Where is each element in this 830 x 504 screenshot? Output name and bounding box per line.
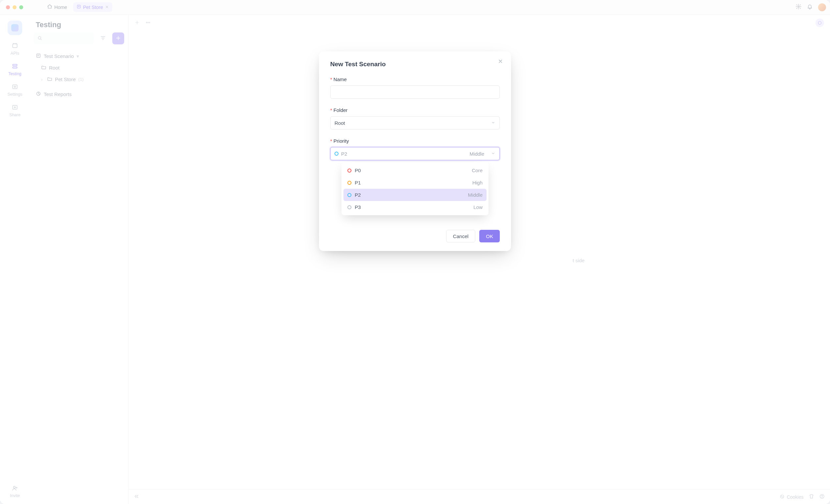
close-icon[interactable]: [498, 59, 503, 65]
avatar[interactable]: [818, 3, 826, 11]
tree-section-label: Test Scenario: [44, 53, 74, 59]
priority-ring-icon: [334, 152, 339, 156]
priority-option-code: P3: [355, 204, 361, 210]
svg-point-9: [38, 36, 41, 39]
folder-field-label: Folder: [333, 107, 348, 113]
rail-item-label: Invite: [10, 494, 20, 498]
search-icon: [37, 35, 42, 42]
settings-icon: [11, 84, 18, 90]
add-button[interactable]: [112, 32, 124, 44]
tshirt-icon[interactable]: [809, 494, 814, 500]
name-field[interactable]: [330, 86, 500, 99]
invite-icon: [11, 485, 18, 492]
svg-rect-10: [37, 54, 40, 58]
chevron-down-icon: [491, 120, 496, 126]
close-window-icon[interactable]: [6, 5, 10, 9]
sidebar-panel: Testing Test Scenario ▾ Root: [30, 14, 128, 504]
maximize-window-icon[interactable]: [19, 5, 23, 9]
rail-item-settings[interactable]: Settings: [7, 84, 22, 97]
filter-button[interactable]: [97, 32, 109, 44]
sidebar-tree: Test Scenario ▾ Root › Pet Store (1) Tes…: [30, 49, 128, 102]
priority-ring-icon: [347, 168, 351, 172]
svg-point-14: [149, 22, 150, 23]
tree-section-test-scenario[interactable]: Test Scenario ▾: [32, 50, 126, 62]
chevron-down-icon: [491, 151, 496, 157]
test-scenario-icon: [76, 4, 81, 10]
priority-option-p1[interactable]: P1High: [344, 177, 486, 189]
folder-select-value: Root: [334, 120, 345, 126]
priority-option-level: Low: [473, 204, 483, 210]
svg-point-18: [783, 497, 783, 497]
svg-rect-4: [12, 67, 17, 68]
tab-pet-store-label: Pet Store: [83, 5, 103, 10]
collapse-panel-icon[interactable]: [134, 494, 139, 500]
new-tab-button[interactable]: [134, 20, 140, 26]
priority-option-level: Core: [472, 167, 483, 173]
cookies-label: Cookies: [787, 494, 803, 500]
priority-select[interactable]: P2 Middle: [330, 147, 500, 160]
folder-icon: [47, 76, 52, 83]
filter-icon: [100, 35, 106, 42]
priority-ring-icon: [347, 193, 351, 197]
testing-icon: [11, 63, 18, 69]
priority-ring-icon: [347, 205, 351, 209]
modal-title: New Test Scenario: [330, 61, 500, 68]
close-icon[interactable]: [105, 5, 109, 10]
window-tabs: Home Pet Store: [44, 2, 112, 12]
svg-point-12: [146, 22, 147, 23]
svg-point-17: [781, 496, 781, 496]
cancel-button[interactable]: Cancel: [446, 230, 476, 242]
tree-item-root[interactable]: Root: [32, 62, 126, 73]
priority-option-level: High: [472, 180, 483, 185]
rail-item-invite[interactable]: Invite: [10, 485, 20, 498]
priority-option-code: P0: [355, 167, 361, 173]
help-icon[interactable]: [820, 494, 825, 500]
reports-icon: [36, 91, 41, 97]
tree-item-pet-store[interactable]: › Pet Store (1): [32, 73, 126, 85]
nav-rail: APIs Testing Settings Share Invite: [0, 14, 30, 504]
priority-option-p0[interactable]: P0Core: [344, 164, 486, 177]
tab-home[interactable]: Home: [44, 2, 70, 12]
sidebar-title: Testing: [36, 21, 123, 29]
apis-icon: [11, 42, 18, 49]
search-input[interactable]: [34, 32, 94, 44]
priority-option-code: P2: [355, 192, 361, 198]
logo[interactable]: [8, 21, 22, 35]
titlebar: Home Pet Store: [0, 0, 830, 14]
cookies-button[interactable]: Cookies: [780, 494, 803, 500]
tree-section-test-reports[interactable]: Test Reports: [32, 88, 126, 100]
sidebar-toolbar: [30, 32, 128, 49]
plus-icon: [115, 35, 121, 42]
rail-item-share[interactable]: Share: [9, 104, 20, 117]
more-icon[interactable]: [145, 20, 151, 27]
titlebar-right: [796, 3, 826, 11]
ok-button-label: OK: [486, 233, 493, 239]
minimize-window-icon[interactable]: [12, 5, 17, 9]
rail-item-apis[interactable]: APIs: [10, 42, 19, 56]
tree-item-label: Pet Store: [55, 76, 76, 82]
priority-option-p2[interactable]: P2Middle: [344, 189, 486, 201]
ok-button[interactable]: OK: [479, 230, 500, 242]
priority-option-p3[interactable]: P3Low: [344, 201, 486, 213]
canvas-hint-text: t side: [573, 258, 584, 263]
tab-pet-store[interactable]: Pet Store: [73, 2, 112, 12]
priority-select-level: Middle: [470, 151, 484, 157]
ai-assistant-icon[interactable]: [816, 19, 824, 27]
tree-item-count: (1): [78, 77, 84, 82]
priority-option-code: P1: [355, 180, 361, 185]
svg-point-15: [818, 21, 821, 24]
rail-item-testing[interactable]: Testing: [8, 63, 22, 76]
svg-point-8: [13, 486, 15, 489]
priority-dropdown: P0CoreP1HighP2MiddleP3Low: [342, 162, 488, 215]
cookie-icon: [780, 494, 785, 500]
svg-rect-5: [12, 85, 17, 89]
rail-item-label: APIs: [10, 51, 19, 56]
rail-item-label: Share: [9, 113, 20, 117]
rail-item-label: Settings: [7, 92, 22, 97]
new-test-scenario-modal: New Test Scenario *Name *Folder Root *Pr…: [319, 51, 511, 251]
gear-icon[interactable]: [796, 4, 801, 10]
canvas-toolbar: [128, 14, 830, 31]
caret-down-icon: ▾: [76, 53, 80, 59]
folder-select[interactable]: Root: [330, 116, 500, 129]
bell-icon[interactable]: [807, 4, 813, 10]
